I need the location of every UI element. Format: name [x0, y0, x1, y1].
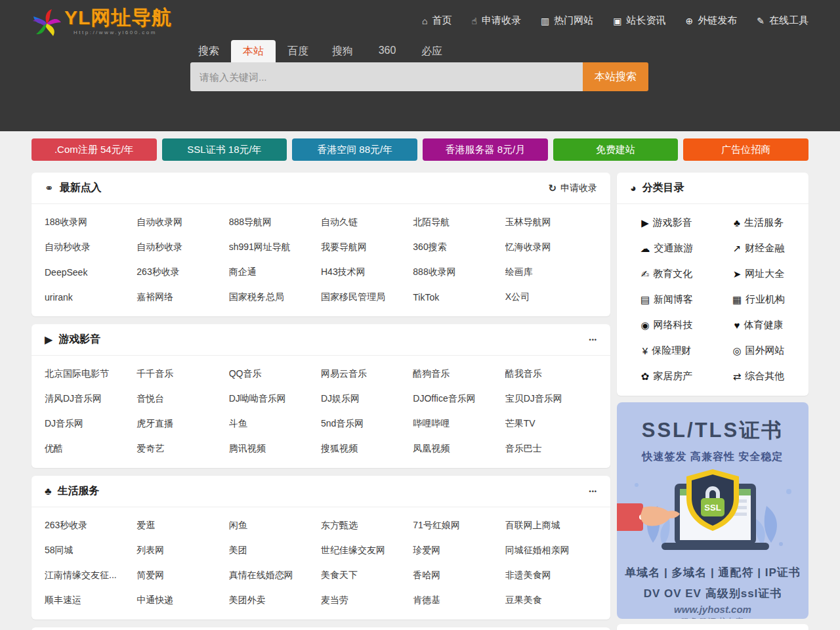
site-link[interactable]: 888收录网 — [413, 260, 505, 285]
search-engine-tab[interactable]: 360 — [365, 40, 410, 62]
category-item[interactable]: ¥ 保险理财 — [621, 338, 713, 364]
site-link[interactable]: 真情在线婚恋网 — [229, 563, 321, 588]
site-link[interactable]: 71号红娘网 — [413, 513, 505, 538]
category-item[interactable]: ♥ 体育健康 — [713, 312, 805, 338]
site-link[interactable]: 百联网上商城 — [505, 513, 597, 538]
site-link[interactable]: 北陌导航 — [413, 210, 505, 235]
more-options-button[interactable]: ••• — [589, 488, 597, 495]
promo-banner[interactable]: 免费建站 — [553, 138, 679, 161]
site-link[interactable]: 音乐巴士 — [505, 436, 597, 461]
site-logo[interactable]: YL网址导航 Http://www.yl600.com — [32, 7, 172, 42]
site-link[interactable]: 江南情缘交友征... — [45, 563, 136, 588]
site-link[interactable]: 忆海收录网 — [505, 235, 597, 260]
site-link[interactable]: 凤凰视频 — [413, 436, 505, 461]
site-link[interactable]: 美团 — [229, 538, 321, 563]
top-nav-item[interactable]: ▥ 热门网站 — [541, 14, 593, 27]
site-link[interactable]: 豆果美食 — [505, 588, 597, 613]
site-link[interactable]: 肯德基 — [413, 588, 505, 613]
category-item[interactable]: ➤ 网址大全 — [713, 261, 805, 287]
category-item[interactable]: ☁ 交通旅游 — [621, 236, 713, 261]
promo-banner[interactable]: 广告位招商 — [683, 138, 808, 161]
category-item[interactable]: ◉ 网络科技 — [621, 312, 713, 338]
site-link[interactable]: sh991网址导航 — [229, 235, 321, 260]
top-nav-item[interactable]: ✎ 在线工具 — [757, 14, 808, 27]
site-link[interactable]: 音悦台 — [136, 387, 228, 411]
site-link[interactable]: 千千音乐 — [136, 362, 228, 387]
site-link[interactable]: 优酷 — [45, 436, 136, 461]
category-item[interactable]: ♣ 生活服务 — [713, 210, 805, 236]
search-engine-tab[interactable]: 百度 — [276, 40, 320, 62]
site-link[interactable]: 自动秒收录 — [45, 235, 136, 260]
apply-inclusion-link[interactable]: ↻ 申请收录 — [548, 182, 597, 194]
site-link[interactable]: 清风DJ音乐网 — [45, 387, 136, 411]
site-link[interactable]: 哔哩哔哩 — [413, 411, 505, 436]
category-item[interactable]: ▦ 行业机构 — [713, 287, 805, 312]
promo-banner[interactable]: 香港空间 88元/年 — [292, 138, 417, 161]
search-button[interactable]: 本站搜索 — [583, 62, 648, 91]
site-link[interactable]: 360搜索 — [413, 235, 505, 260]
site-link[interactable]: 爱逛 — [136, 513, 228, 538]
site-link[interactable]: 玉林导航网 — [505, 210, 597, 235]
site-link[interactable]: 嘉裕网络 — [136, 285, 228, 310]
search-engine-tab[interactable]: 必应 — [410, 40, 454, 62]
category-item[interactable]: ◎ 国外网站 — [713, 338, 805, 364]
ssl-certificate-ad[interactable]: SSL/TLS证书 快速签发 高兼容性 安全稳定 — [617, 402, 808, 619]
site-link[interactable]: 中通快递 — [136, 588, 228, 613]
top-nav-item[interactable]: ☝ 申请收录 — [472, 14, 522, 27]
site-link[interactable]: 美食天下 — [321, 563, 413, 588]
site-link[interactable]: 自动久链 — [321, 210, 413, 235]
site-link[interactable]: 263秒收录 — [136, 260, 228, 285]
site-link[interactable]: 虎牙直播 — [136, 411, 228, 436]
site-link[interactable]: DJ娱乐网 — [321, 387, 413, 411]
site-link[interactable]: 爱奇艺 — [136, 436, 228, 461]
site-link[interactable]: DJOffice音乐网 — [413, 387, 505, 411]
site-link[interactable]: 闲鱼 — [229, 513, 321, 538]
site-link[interactable]: X公司 — [505, 285, 597, 310]
category-item[interactable]: ↗ 财经金融 — [713, 236, 805, 261]
site-link[interactable]: 麦当劳 — [321, 588, 413, 613]
site-link[interactable]: TikTok — [413, 285, 505, 310]
site-link[interactable]: QQ音乐 — [229, 362, 321, 387]
site-link[interactable]: DeepSeek — [45, 260, 136, 285]
more-options-button[interactable]: ••• — [589, 337, 597, 343]
promo-banner[interactable]: 香港服务器 8元/月 — [423, 138, 548, 161]
site-link[interactable]: 东方甄选 — [321, 513, 413, 538]
search-engine-tab[interactable]: 搜狗 — [320, 40, 365, 62]
site-link[interactable]: 搜狐视频 — [321, 436, 413, 461]
site-link[interactable]: 酷我音乐 — [505, 362, 597, 387]
site-link[interactable]: 网易云音乐 — [321, 362, 413, 387]
site-link[interactable]: 斗鱼 — [229, 411, 321, 436]
category-item[interactable]: ✿ 家居房产 — [621, 364, 713, 389]
top-nav-item[interactable]: ▣ 站长资讯 — [613, 14, 665, 27]
site-link[interactable]: 香哈网 — [413, 563, 505, 588]
site-link[interactable]: 绘画库 — [505, 260, 597, 285]
site-link[interactable]: 美团外卖 — [229, 588, 321, 613]
site-link[interactable]: 自动收录网 — [136, 210, 228, 235]
top-nav-item[interactable]: ⌂ 首页 — [422, 14, 452, 27]
site-link[interactable]: DJ呦呦音乐网 — [229, 387, 321, 411]
site-link[interactable]: 国家税务总局 — [229, 285, 321, 310]
site-link[interactable]: 珍爱网 — [413, 538, 505, 563]
site-link[interactable]: 58同城 — [45, 538, 136, 563]
site-link[interactable]: 酷狗音乐 — [413, 362, 505, 387]
search-input[interactable] — [190, 62, 583, 91]
category-item[interactable]: ▤ 新闻博客 — [621, 287, 713, 312]
site-link[interactable]: 顺丰速运 — [45, 588, 136, 613]
site-link[interactable]: 世纪佳缘交友网 — [321, 538, 413, 563]
promo-banner[interactable]: SSL证书 18元/年 — [162, 138, 287, 161]
site-link[interactable]: 芒果TV — [505, 411, 597, 436]
top-nav-item[interactable]: ⊕ 外链发布 — [686, 14, 738, 27]
category-item[interactable]: ⇄ 综合其他 — [713, 364, 805, 389]
site-link[interactable]: 5nd音乐网 — [321, 411, 413, 436]
category-item[interactable]: ▶ 游戏影音 — [621, 210, 713, 236]
site-link[interactable]: 商企通 — [229, 260, 321, 285]
site-link[interactable]: 188收录网 — [45, 210, 136, 235]
promo-banner[interactable]: .Com注册 54元/年 — [32, 138, 157, 161]
site-link[interactable]: 同城征婚相亲网 — [505, 538, 597, 563]
site-link[interactable]: 国家移民管理局 — [321, 285, 413, 310]
site-link[interactable]: 888导航网 — [229, 210, 321, 235]
site-link[interactable]: 北京国际电影节 — [45, 362, 136, 387]
site-link[interactable]: 简爱网 — [136, 563, 228, 588]
search-engine-tab[interactable]: 本站 — [231, 40, 276, 62]
site-link[interactable]: 列表网 — [136, 538, 228, 563]
